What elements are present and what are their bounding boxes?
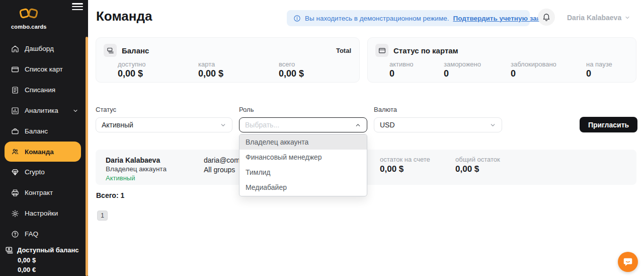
sidebar-item-crypto[interactable]: Crypto — [0, 162, 86, 182]
cards-paused-label: на паузе — [586, 60, 612, 68]
balance-available-value: 0,00 $ — [118, 68, 198, 79]
chevron-down-icon — [490, 122, 496, 128]
user-menu[interactable]: Daria Kalabaeva — [567, 14, 630, 22]
member-total-balance: общий остаток 0,00 $ — [455, 156, 500, 174]
card-icon — [375, 44, 388, 57]
cards-active-value: 0 — [389, 68, 444, 79]
balance-card: Баланс Total доступно0,00 $ карта0,00 $ … — [96, 37, 360, 83]
invite-button[interactable]: Пригласить — [580, 117, 637, 132]
balance-card-title: Баланс — [122, 46, 149, 55]
account-balance-value: 0,00 $ — [380, 164, 430, 174]
hamburger-menu-icon[interactable] — [72, 2, 83, 11]
available-balance-block: Доступный баланс 0,00 $ 0,00 € — [5, 246, 79, 273]
currency-select[interactable]: USD — [374, 117, 502, 132]
cards-blocked-value: 0 — [511, 68, 586, 79]
diamond-icon — [11, 168, 19, 176]
role-select[interactable]: Выбрать... — [239, 117, 367, 132]
main-content: Команда Вы находитесь в демонстрационном… — [88, 0, 644, 276]
cards-active-label: активно — [389, 60, 444, 68]
chevron-down-icon — [72, 108, 78, 114]
currency-filter-label: Валюта — [374, 106, 502, 113]
sidebar-item-label: Список карт — [25, 65, 63, 73]
role-dropdown: Владелец аккаунта Финансовый менеджер Ти… — [239, 134, 367, 196]
chat-bubble-icon — [622, 256, 633, 267]
cards-frozen-label: заморожено — [444, 60, 511, 68]
member-status-badge: Активный — [106, 174, 135, 182]
sidebar-item-balance[interactable]: Баланс — [0, 121, 86, 142]
balance-total-value: 0,00 $ — [279, 68, 359, 79]
available-balance-eur: 0,00 € — [18, 266, 79, 273]
home-icon — [11, 45, 19, 53]
sidebar-item-faq[interactable]: FAQ — [0, 224, 86, 244]
status-select[interactable]: Активный — [96, 117, 232, 132]
demo-mode-banner: Вы находитесь в демонстрационном режиме.… — [287, 10, 530, 26]
chart-icon — [11, 107, 19, 115]
cards-paused-value: 0 — [586, 68, 612, 79]
sidebar-item-debits[interactable]: Списания — [0, 80, 86, 100]
balance-card-value: 0,00 $ — [198, 68, 279, 79]
sidebar-item-label: Аналитика — [25, 107, 58, 114]
logo[interactable]: combo.cards — [11, 7, 47, 30]
info-icon — [293, 15, 301, 22]
sidebar: combo.cards Дашборд Список карт Списания… — [0, 0, 88, 276]
sidebar-item-label: Баланс — [25, 127, 48, 135]
role-option-teamlead[interactable]: Тимлид — [239, 165, 367, 180]
member-name: Daria Kalabaeva — [106, 156, 160, 164]
member-role: Владелец аккаунта — [106, 165, 167, 173]
team-icon — [11, 148, 19, 156]
banner-text: Вы находитесь в демонстрационном режиме. — [305, 15, 449, 22]
cards-blocked-label: заблокировано — [511, 60, 586, 68]
page-title: Команда — [96, 9, 152, 24]
chevron-down-icon — [624, 15, 630, 21]
member-groups: All groups — [204, 166, 235, 174]
available-balance-usd: 0,00 $ — [18, 256, 79, 264]
chat-widget-button[interactable] — [618, 252, 638, 272]
balance-card-label: карта — [198, 60, 279, 68]
sidebar-item-card-list[interactable]: Список карт — [0, 59, 86, 80]
sidebar-item-label: Crypto — [25, 168, 45, 176]
sidebar-item-settings[interactable]: Настройки — [0, 203, 86, 224]
wallet-icon — [11, 127, 19, 135]
document-icon — [11, 86, 19, 94]
summary-cards: Баланс Total доступно0,00 $ карта0,00 $ … — [96, 37, 636, 83]
member-account-balance: остаток на счете 0,00 $ — [380, 156, 430, 174]
sidebar-item-team[interactable]: Команда — [5, 142, 81, 162]
sidebar-item-label: Команда — [25, 148, 54, 156]
sidebar-item-label: Настройки — [25, 210, 58, 217]
sidebar-item-label: Списания — [25, 86, 55, 94]
role-option-finance-manager[interactable]: Финансовый менеджер — [239, 150, 367, 165]
sidebar-item-label: Контракт — [25, 189, 53, 196]
role-option-mediabuyer[interactable]: Медиабайер — [239, 180, 367, 195]
role-select-placeholder: Выбрать... — [245, 121, 279, 129]
currency-filter: Валюта USD — [374, 106, 502, 132]
bell-icon — [542, 13, 551, 22]
chevron-up-icon — [355, 122, 361, 128]
sidebar-item-analytics[interactable]: Аналитика — [0, 100, 86, 121]
sidebar-item-label: Дашборд — [25, 45, 54, 52]
balance-available-label: доступно — [118, 60, 198, 68]
role-filter-label: Роль — [239, 106, 367, 113]
balance-total-label: всего — [279, 60, 359, 68]
card-icon — [11, 65, 19, 74]
total-count: Всего: 1 — [96, 191, 124, 199]
user-name: Daria Kalabaeva — [567, 14, 621, 22]
combo-cards-logo-icon — [17, 7, 40, 21]
cards-frozen-value: 0 — [444, 68, 511, 79]
total-balance-label: общий остаток — [455, 156, 500, 163]
card-status-title: Статус по картам — [393, 46, 458, 55]
status-filter-label: Статус — [96, 106, 232, 113]
card-status-card: Статус по картам активно0 заморожено0 за… — [367, 37, 636, 83]
sidebar-item-label: FAQ — [25, 230, 38, 238]
question-icon — [11, 230, 19, 238]
sidebar-item-contract[interactable]: Контракт — [0, 182, 86, 203]
sidebar-item-dashboard[interactable]: Дашборд — [0, 38, 86, 59]
account-balance-label: остаток на счете — [380, 156, 430, 163]
currency-select-value: USD — [380, 121, 395, 129]
role-filter: Роль Выбрать... — [239, 106, 367, 132]
notifications-button[interactable] — [538, 9, 555, 26]
pagination-page-1[interactable]: 1 — [97, 211, 108, 221]
role-option-owner[interactable]: Владелец аккаунта — [239, 134, 367, 150]
total-label: Total — [336, 47, 351, 54]
gear-icon — [11, 210, 19, 218]
chevron-down-icon — [220, 122, 226, 128]
